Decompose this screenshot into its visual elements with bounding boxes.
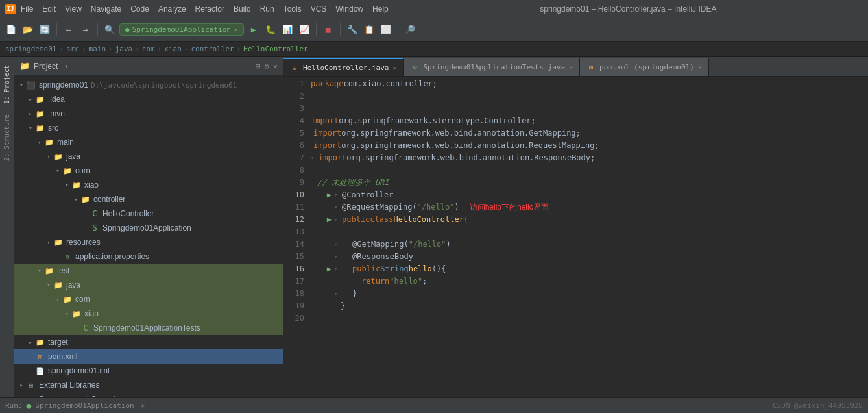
tab-close-hello[interactable]: ✕ <box>392 64 396 71</box>
settings-icon[interactable]: ⚙ <box>265 62 269 71</box>
terminal-btn[interactable]: ⬜ <box>379 23 393 37</box>
open-btn[interactable]: 📂 <box>21 23 35 37</box>
tree-item-idea[interactable]: ▸ 📁 .idea <box>14 92 283 106</box>
tree-item-xiao2[interactable]: ▾ 📁 xiao <box>14 307 283 321</box>
tree-item-java2[interactable]: ▾ 📁 java <box>14 278 283 292</box>
sep5 <box>398 23 398 36</box>
code-content[interactable]: package com.xiao.controller; import org.… <box>308 77 868 397</box>
menu-view[interactable]: View <box>65 5 82 14</box>
tree-item-controller[interactable]: ▾ 📁 controller <box>14 192 283 206</box>
tree-item-mvn[interactable]: ▸ 📁 .mvn <box>14 106 283 121</box>
menu-navigate[interactable]: Navigate <box>91 5 121 14</box>
tree-arrow: ▸ <box>26 96 35 103</box>
import-kw-4: import <box>311 115 339 127</box>
menu-edit[interactable]: Edit <box>42 5 56 14</box>
tree-item-src[interactable]: ▾ 📁 src <box>14 121 283 135</box>
breadcrumb-com[interactable]: com <box>142 45 155 53</box>
back-btn[interactable]: ← <box>62 23 76 37</box>
tree-item-Springdemo01App[interactable]: S Springdemo01Application <box>14 221 283 235</box>
menu-refactor[interactable]: Refactor <box>195 5 224 14</box>
ext-libs-icon: ⊞ <box>26 380 36 390</box>
tree-item-com[interactable]: ▾ 📁 com <box>14 164 283 178</box>
coverage-btn[interactable]: 📊 <box>280 23 295 37</box>
tree-item-pom[interactable]: m pom.xml <box>14 349 283 364</box>
code-line-20 <box>311 312 868 325</box>
tab-close-tests[interactable]: ✕ <box>569 64 573 71</box>
line-2: 2 <box>283 90 304 103</box>
find-btn[interactable]: 🔎 <box>403 23 417 37</box>
new-project-btn[interactable]: 📄 <box>4 23 18 37</box>
close-panel-icon[interactable]: ✕ <box>273 62 278 71</box>
run-config-selector[interactable]: ● Springdemo01Application ▾ <box>119 23 244 36</box>
tab-pom[interactable]: m pom.xml (springdemo01) ✕ <box>580 58 709 76</box>
diff-btn[interactable]: 📋 <box>362 23 376 37</box>
breadcrumb-classname[interactable]: HelloController <box>243 45 307 53</box>
menu-build[interactable]: Build <box>234 5 251 14</box>
tree-item-HelloController[interactable]: C HelloController <box>14 206 283 221</box>
run-config-dropdown-icon: ▾ <box>234 25 238 34</box>
code-line-6: import org.springframework.web.bind.anno… <box>311 140 868 152</box>
stop-btn[interactable]: ■ <box>321 23 335 37</box>
sync-btn[interactable]: 🔄 <box>38 23 52 37</box>
run-button[interactable]: ▶ <box>247 23 261 37</box>
tree-label-iml: springdemo01.iml <box>48 366 110 375</box>
tab-AppTests[interactable]: ⚙ Springdemo01ApplicationTests.java ✕ <box>404 58 580 76</box>
gutter-run-icon-16[interactable]: ▶ <box>327 263 332 275</box>
tree-item-test[interactable]: ▾ 📁 test <box>14 264 283 278</box>
breadcrumb-xiao[interactable]: xiao <box>164 45 182 53</box>
line-3: 3 <box>283 103 304 115</box>
menu-bar: File Edit View Navigate Code Analyze Ref… <box>21 5 389 14</box>
tree-item-iml[interactable]: 📄 springdemo01.iml <box>14 364 283 378</box>
menu-run[interactable]: Run <box>260 5 274 14</box>
forward-btn[interactable]: → <box>78 23 93 37</box>
gutter-run-icon-12[interactable]: ▶ <box>327 214 332 226</box>
import-path-6: org.springframework.web.bind.annotation. <box>341 140 529 152</box>
tree-item-ext-libs[interactable]: ▸ ⊞ External Libraries <box>14 378 283 392</box>
fold-icon-15: ▾ <box>334 251 341 263</box>
tab-HelloController[interactable]: ☕ HelloController.java ✕ <box>283 58 404 76</box>
java-file-icon: ☕ <box>290 63 299 72</box>
menu-tools[interactable]: Tools <box>283 5 302 14</box>
tree-item-appprops[interactable]: ⚙ application.properties <box>14 249 283 264</box>
menu-file[interactable]: File <box>21 5 33 14</box>
folder-icon: 📁 <box>35 337 45 347</box>
menu-window[interactable]: Window <box>335 5 363 14</box>
breadcrumb-controller[interactable]: controller <box>191 45 234 53</box>
tree-item-main[interactable]: ▾ 📁 main <box>14 135 283 149</box>
tree-label-src: src <box>48 123 58 132</box>
tree-arrow: ▾ <box>71 196 80 203</box>
tree-item-xiao[interactable]: ▾ 📁 xiao <box>14 178 283 192</box>
vcs-btn[interactable]: 🔧 <box>345 23 359 37</box>
menu-code[interactable]: Code <box>130 5 149 14</box>
breadcrumb-src[interactable]: src <box>66 45 79 53</box>
menu-vcs[interactable]: VCS <box>311 5 327 14</box>
code-line-8 <box>311 164 868 177</box>
fold-icon-11: ▾ <box>334 201 341 214</box>
tree-item-springdemo01[interactable]: ▾ ⬛ springdemo01 D:\javcode\springboot\s… <box>14 78 283 92</box>
debug-button[interactable]: 🐛 <box>263 23 278 37</box>
tree-arrow: ▾ <box>44 153 53 160</box>
run-status-icon: ● <box>27 401 32 410</box>
breadcrumb-springdemo01[interactable]: springdemo01 <box>5 45 56 53</box>
profile-btn[interactable]: 📈 <box>297 23 311 37</box>
test-folder-icon: 📁 <box>44 266 54 276</box>
side-tab-structure[interactable]: 2: Structure <box>2 109 12 166</box>
tree-item-com2[interactable]: ▾ 📁 com <box>14 292 283 307</box>
collapse-all-icon[interactable]: ⊟ <box>256 62 260 71</box>
code-editor[interactable]: 1 2 3 4 5 6 7 8 9 10 11 12 13 14 15 16 1… <box>283 77 868 397</box>
tab-close-pom[interactable]: ✕ <box>698 64 702 71</box>
tree-item-AppTests[interactable]: C Springdemo01ApplicationTests <box>14 321 283 335</box>
tree-item-resources[interactable]: ▾ 📁 resources <box>14 235 283 249</box>
search-everywhere-btn[interactable]: 🔍 <box>102 23 117 37</box>
tree-item-scratches[interactable]: ▸ ✏ Scratches and Consoles <box>14 392 283 397</box>
side-tab-project[interactable]: 1: Project <box>2 60 12 109</box>
tree-item-java[interactable]: ▾ 📁 java <box>14 149 283 164</box>
breadcrumb-main[interactable]: main <box>89 45 106 53</box>
gutter-run-icon-10[interactable]: ▶ <box>327 189 332 201</box>
breadcrumb-java[interactable]: java <box>115 45 133 53</box>
tree-item-target[interactable]: ▸ 📁 target <box>14 335 283 349</box>
menu-analyze[interactable]: Analyze <box>158 5 186 14</box>
run-tab-close[interactable]: ✕ <box>141 401 145 410</box>
menu-help[interactable]: Help <box>372 5 389 14</box>
project-dropdown-icon[interactable]: ▾ <box>64 62 68 69</box>
